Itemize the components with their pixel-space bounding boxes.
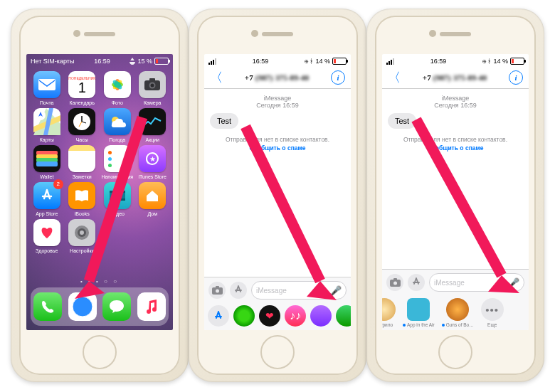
dock-music[interactable] bbox=[137, 292, 166, 321]
app-drawer-icons[interactable]: ❤ ♪♪ bbox=[204, 303, 351, 330]
mic-icon[interactable]: 🎤 bbox=[330, 285, 342, 296]
info-button[interactable]: i bbox=[509, 70, 523, 85]
service-label: iMessage bbox=[264, 95, 292, 102]
messages-screen-1: 16:59⊕ ᚼ 14 % 〈 +7 (987) 375-89-40 i iMe… bbox=[204, 54, 351, 330]
phone-1-home: Нет SIM-карты 16:59 15 % Почта ПОНЕДЕЛЬН… bbox=[11, 9, 189, 382]
home-button[interactable] bbox=[260, 335, 295, 369]
message-bubble[interactable]: Test bbox=[388, 113, 416, 129]
app-mail[interactable]: Почта bbox=[31, 71, 63, 105]
app-clock[interactable]: Часы bbox=[66, 108, 99, 142]
app-photos[interactable]: Фото bbox=[101, 71, 134, 105]
app-itunes[interactable]: ★iTunes Store bbox=[137, 145, 169, 179]
dock bbox=[31, 287, 169, 326]
svg-point-26 bbox=[80, 231, 84, 235]
app-wallet[interactable]: Wallet bbox=[31, 145, 63, 179]
app-appstore[interactable]: 2App Store bbox=[31, 182, 63, 216]
app-weather[interactable]: Погода bbox=[101, 108, 134, 142]
app-reminders[interactable]: Напоминания bbox=[101, 145, 134, 179]
camera-button[interactable] bbox=[386, 274, 403, 291]
three-phone-row: Нет SIM-карты 16:59 15 % Почта ПОНЕДЕЛЬН… bbox=[0, 0, 555, 391]
status-bar: Нет SIM-карты 16:59 15 % bbox=[26, 54, 173, 67]
contact-name[interactable]: +7 (987) 375-89-40 bbox=[423, 74, 487, 82]
phone-3-messages-more: 16:59⊕ ᚼ 14 % 〈 +7 (987) 375-89-40 i iMe… bbox=[366, 9, 544, 382]
drawer-app-1[interactable] bbox=[233, 305, 255, 327]
apps-button[interactable] bbox=[408, 274, 425, 291]
app-notes[interactable]: Заметки bbox=[66, 145, 99, 179]
app-maps[interactable]: Карты bbox=[31, 108, 63, 142]
svg-point-8 bbox=[151, 84, 154, 88]
svg-rect-32 bbox=[216, 286, 219, 288]
unknown-sender-label: Отправителя нет в списке контактов. bbox=[226, 136, 329, 143]
app-stocks[interactable]: Акции bbox=[137, 108, 169, 142]
camera-button[interactable] bbox=[208, 282, 226, 299]
carrier-label: Нет SIM-карты bbox=[31, 58, 74, 65]
drawer-item-1[interactable]: App in the Air bbox=[403, 298, 435, 327]
svg-rect-22 bbox=[110, 191, 125, 193]
message-input[interactable]: iMessage🎤 bbox=[429, 273, 524, 292]
app-ibooks[interactable]: iBooks bbox=[66, 182, 99, 216]
info-button[interactable]: i bbox=[331, 70, 345, 85]
report-spam-link[interactable]: Сообщить о спаме bbox=[427, 144, 483, 152]
apps-button[interactable] bbox=[230, 282, 247, 299]
svg-rect-37 bbox=[393, 278, 397, 280]
contact-name[interactable]: +7 (987) 375-89-40 bbox=[245, 74, 310, 82]
drawer-app-target[interactable] bbox=[310, 305, 332, 327]
app-videos[interactable]: Видео bbox=[101, 182, 134, 216]
home-button[interactable] bbox=[83, 335, 117, 369]
nav-bar: 〈 +7 (987) 375-89-40 i bbox=[204, 67, 351, 89]
app-grid: Почта ПОНЕДЕЛЬНИК1Календарь Фото Камера … bbox=[26, 67, 173, 253]
compose-bar: iMessage🎤 ❤ ♪♪ bbox=[204, 277, 351, 330]
message-bubble[interactable]: Test bbox=[210, 113, 238, 129]
app-health[interactable]: Здоровье bbox=[31, 219, 63, 253]
app-drawer-labeled[interactable]: …урило App in the Air Guns of Bo… •••Еще bbox=[382, 295, 529, 330]
dock-safari[interactable] bbox=[68, 292, 97, 321]
battery-pct: 15 % bbox=[137, 58, 152, 65]
dock-messages[interactable] bbox=[102, 292, 131, 321]
svg-text:★: ★ bbox=[149, 155, 156, 163]
phone-2-messages: 16:59⊕ ᚼ 14 % 〈 +7 (987) 375-89-40 i iMe… bbox=[189, 9, 366, 382]
app-calendar[interactable]: ПОНЕДЕЛЬНИК1Календарь bbox=[66, 71, 99, 105]
messages-screen-2: 16:59⊕ ᚼ 14 % 〈 +7 (987) 375-89-40 i iMe… bbox=[382, 54, 529, 330]
page-dots: • • • ○ ○ bbox=[26, 278, 173, 285]
app-camera[interactable]: Камера bbox=[137, 71, 169, 105]
home-button[interactable] bbox=[438, 335, 472, 369]
report-spam-link[interactable]: Сообщить о спаме bbox=[249, 144, 305, 152]
timeline-label: Сегодня 16:59 bbox=[256, 102, 299, 109]
svg-point-33 bbox=[216, 290, 219, 293]
svg-rect-23 bbox=[110, 198, 125, 201]
drawer-item-0[interactable]: …урило bbox=[382, 298, 396, 327]
message-input[interactable]: iMessage🎤 bbox=[251, 281, 347, 300]
home-screen: Нет SIM-карты 16:59 15 % Почта ПОНЕДЕЛЬН… bbox=[26, 54, 173, 330]
app-settings[interactable]: Настройки bbox=[66, 219, 99, 253]
drawer-store-icon[interactable] bbox=[208, 305, 229, 327]
svg-point-38 bbox=[393, 282, 397, 285]
app-badge: 2 bbox=[53, 179, 63, 189]
more-icon: ••• bbox=[481, 298, 504, 321]
status-time: 16:59 bbox=[94, 58, 110, 65]
back-button[interactable]: 〈 bbox=[210, 69, 223, 86]
svg-rect-18 bbox=[36, 161, 58, 166]
drawer-item-2[interactable]: Guns of Bo… bbox=[442, 298, 474, 327]
svg-rect-0 bbox=[38, 79, 56, 90]
app-home[interactable]: Дом bbox=[137, 182, 169, 216]
back-button[interactable]: 〈 bbox=[388, 69, 401, 86]
drawer-item-more[interactable]: •••Еще bbox=[481, 298, 504, 327]
dock-phone[interactable] bbox=[33, 292, 62, 321]
svg-rect-6 bbox=[149, 78, 155, 81]
